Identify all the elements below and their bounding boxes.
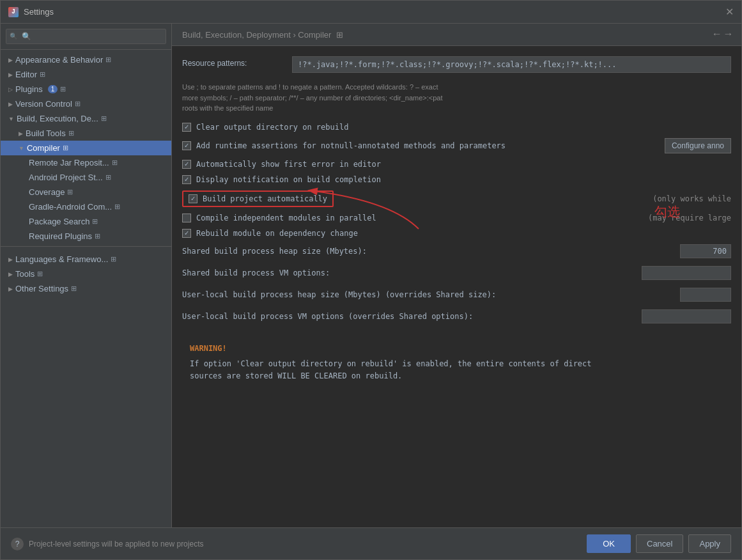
expand-icon: ▶ [8, 101, 13, 107]
sidebar-item-label: Languages & Framewo... [15, 254, 108, 264]
back-arrow[interactable]: ← [714, 29, 720, 40]
build-tools-icon: ⊞ [68, 129, 74, 137]
sidebar-item-label: Gradle-Android Com... [29, 202, 112, 212]
other-settings-icon: ⊞ [71, 284, 77, 293]
sidebar-item-build-tools[interactable]: ▶ Build Tools ⊞ [1, 126, 171, 141]
warning-title: WARNING! [190, 344, 723, 353]
title-bar-left: J Settings [8, 7, 54, 17]
help-button[interactable]: ? [11, 538, 24, 550]
user-vm-row: User-local build process VM options (ove… [182, 309, 731, 323]
app-icon: J [8, 7, 19, 17]
footer-left: ? Project-level settings will be applied… [11, 538, 203, 550]
sidebar-item-label: Coverage [29, 187, 65, 197]
coverage-icon: ⊞ [67, 188, 73, 196]
divider [1, 246, 171, 247]
shared-heap-input[interactable] [680, 244, 731, 258]
settings-window: J Settings ✕ ▶ Appearance & Behavior ⊞ [0, 0, 742, 560]
languages-icon: ⊞ [111, 255, 116, 263]
warning-text: If option 'Clear output directory on reb… [190, 358, 723, 382]
sidebar-item-label: Editor [15, 70, 37, 79]
sidebar-item-label: Android Project St... [29, 173, 103, 182]
sidebar-item-editor[interactable]: ▶ Editor ⊞ [1, 67, 171, 82]
shared-vm-row: Shared build process VM options: [182, 266, 731, 280]
build-icon: ⊞ [101, 114, 107, 123]
remote-jar-icon: ⊞ [112, 159, 118, 167]
add-runtime-checkbox[interactable] [182, 141, 191, 150]
sidebar-item-remote-jar[interactable]: Remote Jar Reposit... ⊞ [1, 155, 171, 170]
main-content: Build, Execution, Deployment › Compiler … [172, 24, 741, 527]
sidebar-item-package-search[interactable]: Package Search ⊞ [1, 214, 171, 229]
hint-line3: roots with the specified name [182, 103, 731, 114]
expand-icon: ▷ [8, 86, 13, 93]
user-heap-row: User-local build process heap size (Mbyt… [182, 288, 731, 302]
resource-input[interactable] [292, 56, 731, 73]
sidebar-item-label: Remote Jar Reposit... [29, 158, 109, 167]
compiler-icon: ⊞ [63, 144, 68, 152]
sidebar-item-other-settings[interactable]: ▶ Other Settings ⊞ [1, 281, 171, 296]
build-auto-wrapper: Build project automatically (only works … [182, 191, 731, 207]
user-vm-input[interactable] [642, 309, 731, 323]
sidebar-item-coverage[interactable]: Coverage ⊞ [1, 185, 171, 199]
clear-output-checkbox[interactable] [182, 123, 191, 132]
warning-box: WARNING! If option 'Clear output directo… [182, 336, 731, 390]
compile-parallel-checkbox[interactable] [182, 214, 191, 222]
main-header: Build, Execution, Deployment › Compiler … [172, 24, 741, 46]
sidebar-item-vcs[interactable]: ▶ Version Control ⊞ [1, 97, 171, 111]
search-input[interactable] [6, 29, 166, 44]
shared-vm-input[interactable] [642, 266, 731, 280]
android-icon: ⊞ [105, 173, 111, 182]
build-auto-highlighted: Build project automatically [182, 191, 334, 207]
gradle-icon: ⊞ [114, 203, 120, 211]
expand-icon: ▶ [8, 256, 13, 263]
sidebar-item-build-exec[interactable]: ▼ Build, Execution, De... ⊞ [1, 111, 171, 126]
warning-line2: sources are stored WILL BE CLEARED on re… [190, 370, 723, 382]
cancel-button[interactable]: Cancel [636, 534, 683, 553]
sidebar-item-label: Package Search [29, 217, 89, 226]
apply-button[interactable]: Apply [688, 534, 731, 553]
title-bar: J Settings ✕ [1, 1, 741, 24]
add-runtime-row: Add runtime assertions for notnull-annot… [182, 138, 731, 153]
rebuild-module-checkbox[interactable] [182, 229, 191, 238]
forward-arrow[interactable]: → [725, 29, 731, 40]
expand-icon: ▶ [19, 130, 23, 137]
sidebar: ▶ Appearance & Behavior ⊞ ▶ Editor ⊞ ▷ P… [1, 24, 172, 527]
sidebar-item-appearance[interactable]: ▶ Appearance & Behavior ⊞ [1, 52, 171, 67]
resource-patterns-row: Resource patterns: [182, 56, 731, 73]
sidebar-item-label: Plugins [15, 84, 43, 94]
sidebar-item-languages[interactable]: ▶ Languages & Framewo... ⊞ [1, 252, 171, 267]
sidebar-item-required-plugins[interactable]: Required Plugins ⊞ [1, 229, 171, 244]
expand-icon: ▶ [8, 57, 13, 63]
close-button[interactable]: ✕ [725, 6, 734, 18]
show-first-error-checkbox[interactable] [182, 160, 191, 169]
display-notification-checkbox[interactable] [182, 175, 191, 184]
sidebar-item-tools[interactable]: ▶ Tools ⊞ [1, 267, 171, 281]
footer: ? Project-level settings will be applied… [1, 527, 741, 559]
user-heap-input[interactable] [680, 288, 731, 302]
ok-button[interactable]: OK [587, 534, 631, 553]
configure-annotations-button[interactable]: Configure anno [665, 138, 731, 153]
resource-label: Resource patterns: [182, 56, 284, 68]
expand-icon: ▼ [19, 145, 24, 152]
footer-buttons: OK Cancel Apply [587, 534, 731, 553]
display-notification-label: Display notification on build completion [196, 175, 381, 184]
editor-icon: ⊞ [40, 70, 45, 79]
show-first-error-label: Automatically show first error in editor [196, 160, 381, 169]
plugins-icon: ⊞ [60, 85, 66, 93]
sidebar-item-compiler[interactable]: ▼ Compiler ⊞ [1, 141, 171, 155]
plugins-badge: 1 [48, 85, 58, 93]
compile-parallel-label: Compile independent modules in parallel [196, 214, 376, 222]
shared-vm-label: Shared build process VM options: [182, 268, 634, 277]
sidebar-item-label: Tools [15, 269, 35, 279]
build-auto-checkbox[interactable] [189, 194, 197, 203]
shared-heap-label: Shared build process heap size (Mbytes): [182, 247, 672, 256]
sidebar-item-android-project[interactable]: Android Project St... ⊞ [1, 170, 171, 185]
build-auto-suffix: (only works while [653, 194, 731, 203]
sidebar-item-label: Version Control [15, 99, 72, 109]
add-runtime-label: Add runtime assertions for notnull-annot… [196, 141, 506, 150]
compile-parallel-suffix: (may require large [648, 214, 731, 222]
expand-icon: ▼ [8, 116, 14, 122]
settings-icon: ⊞ [105, 56, 111, 64]
sidebar-item-plugins[interactable]: ▷ Plugins 1 ⊞ [1, 82, 171, 97]
sidebar-item-gradle-android[interactable]: Gradle-Android Com... ⊞ [1, 199, 171, 214]
content-area: ▶ Appearance & Behavior ⊞ ▶ Editor ⊞ ▷ P… [1, 24, 741, 527]
